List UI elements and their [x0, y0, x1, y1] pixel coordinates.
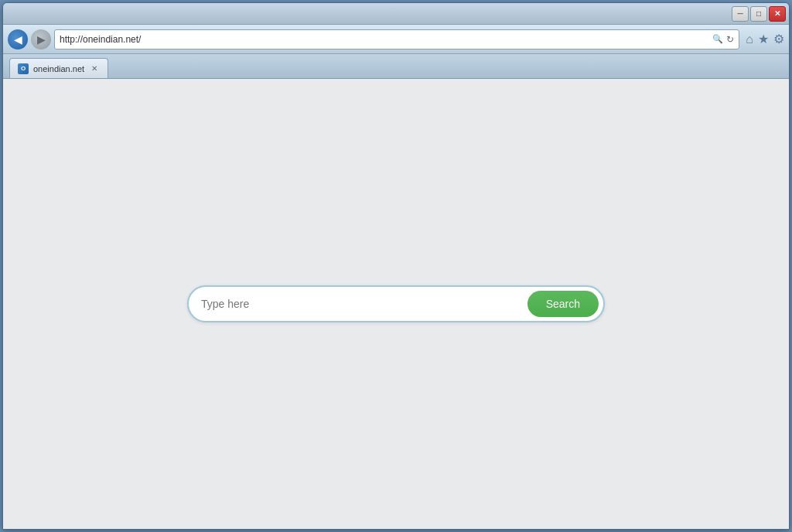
home-icon[interactable]: ⌂: [746, 32, 753, 46]
title-bar: ─ □ ✕: [3, 3, 789, 25]
nav-right-icons: ⌂ ★ ⚙: [742, 32, 784, 46]
search-input[interactable]: [201, 298, 527, 310]
settings-icon[interactable]: ⚙: [773, 32, 784, 46]
favorites-icon[interactable]: ★: [758, 32, 769, 46]
address-bar: 🔍 ↻: [54, 29, 739, 49]
search-button[interactable]: Search: [527, 291, 599, 317]
search-widget: Search: [187, 285, 605, 322]
back-button[interactable]: ◀: [8, 29, 28, 49]
title-bar-controls: ─ □ ✕: [732, 6, 786, 22]
content-area: Search: [3, 79, 789, 529]
tab-close-button[interactable]: ✕: [89, 63, 100, 74]
address-search-icon: 🔍: [712, 34, 723, 44]
back-icon: ◀: [14, 33, 22, 46]
minimize-button[interactable]: ─: [732, 6, 749, 22]
maximize-button[interactable]: □: [750, 6, 767, 22]
browser-tab[interactable]: O oneindian.net ✕: [9, 58, 108, 78]
tab-bar: O oneindian.net ✕: [3, 54, 789, 79]
address-input[interactable]: [60, 34, 709, 45]
nav-bar: ◀ ▶ 🔍 ↻ ⌂ ★ ⚙: [3, 25, 789, 54]
forward-button[interactable]: ▶: [31, 29, 51, 49]
forward-icon: ▶: [37, 33, 46, 46]
tab-favicon: O: [18, 63, 29, 74]
browser-window: ─ □ ✕ ◀ ▶ 🔍 ↻ ⌂ ★ ⚙ O oneindian.net ✕: [2, 2, 790, 530]
tab-label: oneindian.net: [33, 64, 84, 73]
refresh-icon[interactable]: ↻: [726, 34, 734, 45]
close-button[interactable]: ✕: [769, 6, 786, 22]
